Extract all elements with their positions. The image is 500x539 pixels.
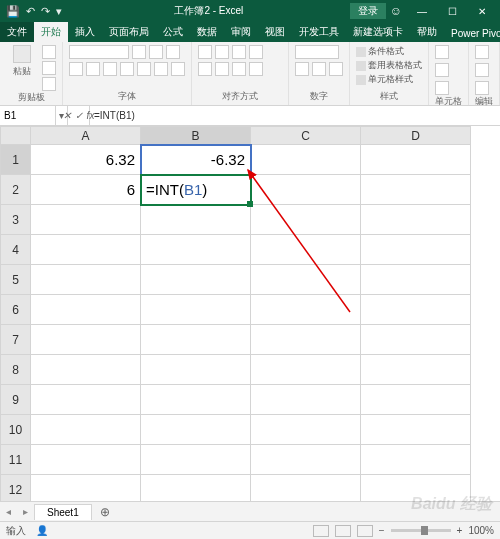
- cell-a1[interactable]: 6.32: [31, 145, 141, 175]
- login-button[interactable]: 登录: [350, 3, 386, 19]
- name-box[interactable]: B1: [0, 106, 56, 125]
- row-header-1[interactable]: 1: [1, 145, 31, 175]
- group-label: 编辑: [475, 95, 493, 108]
- view-normal[interactable]: [313, 525, 329, 537]
- row-header-11[interactable]: 11: [1, 445, 31, 475]
- tab-formulas[interactable]: 公式: [156, 22, 190, 42]
- paste-icon: [13, 45, 31, 63]
- font-name[interactable]: [69, 45, 129, 59]
- minimize-button[interactable]: —: [408, 2, 436, 20]
- cell-b1[interactable]: -6.32: [141, 145, 251, 175]
- group-label: 字体: [69, 90, 185, 103]
- tab-page-layout[interactable]: 页面布局: [102, 22, 156, 42]
- close-button[interactable]: ✕: [468, 2, 496, 20]
- cell-c1[interactable]: [251, 145, 361, 175]
- row-header-5[interactable]: 5: [1, 265, 31, 295]
- bold-button[interactable]: [69, 62, 83, 76]
- col-header-b[interactable]: B: [141, 127, 251, 145]
- italic-button[interactable]: [86, 62, 100, 76]
- ribbon-tabs: 文件 开始 插入 页面布局 公式 数据 审阅 视图 开发工具 新建选项卡 帮助 …: [0, 22, 500, 42]
- row-header-8[interactable]: 8: [1, 355, 31, 385]
- fx-button[interactable]: ✕✓fx: [68, 106, 90, 125]
- paste-button[interactable]: 粘贴: [6, 45, 38, 78]
- col-header-a[interactable]: A: [31, 127, 141, 145]
- group-label: 对齐方式: [198, 90, 282, 103]
- row-header-2[interactable]: 2: [1, 175, 31, 205]
- format-table[interactable]: 套用表格格式: [356, 59, 422, 72]
- tab-home[interactable]: 开始: [34, 22, 68, 42]
- col-header-c[interactable]: C: [251, 127, 361, 145]
- font-size[interactable]: [132, 45, 146, 59]
- row-header-10[interactable]: 10: [1, 415, 31, 445]
- cell-b2[interactable]: =INT(B1): [141, 175, 251, 205]
- undo-icon[interactable]: ↶: [26, 5, 35, 18]
- cell-a2[interactable]: 6: [31, 175, 141, 205]
- ribbon: 粘贴 剪贴板 字体 对齐方式 数字 条件格式: [0, 42, 500, 106]
- title-bar: 💾 ↶ ↷ ▾ 工作簿2 - Excel 登录 ☺ — ☐ ✕: [0, 0, 500, 22]
- formula-input[interactable]: =INT(B1): [90, 110, 500, 121]
- select-all[interactable]: [1, 127, 31, 145]
- row-header-3[interactable]: 3: [1, 205, 31, 235]
- tab-help[interactable]: 帮助: [410, 22, 444, 42]
- tab-insert[interactable]: 插入: [68, 22, 102, 42]
- sheet-tab[interactable]: Sheet1: [34, 504, 92, 520]
- save-icon[interactable]: 💾: [6, 5, 20, 18]
- col-header-d[interactable]: D: [361, 127, 471, 145]
- tab-data[interactable]: 数据: [190, 22, 224, 42]
- copy-icon[interactable]: [42, 61, 56, 75]
- zoom-in[interactable]: +: [457, 525, 463, 536]
- group-label: 样式: [356, 90, 422, 103]
- accessibility-icon[interactable]: 👤: [36, 525, 48, 536]
- formula-bar: B1 ▾ ✕✓fx =INT(B1): [0, 106, 500, 126]
- group-label: 单元格: [435, 95, 462, 108]
- zoom-slider[interactable]: [391, 529, 451, 532]
- group-editing: 编辑: [469, 42, 500, 105]
- group-label: 剪贴板: [6, 91, 56, 104]
- window-controls: — ☐ ✕: [408, 2, 500, 20]
- fill-color[interactable]: [154, 62, 168, 76]
- tab-review[interactable]: 审阅: [224, 22, 258, 42]
- cut-icon[interactable]: [42, 45, 56, 59]
- status-bar: 输入 👤 − + 100%: [0, 521, 500, 539]
- tab-powerpivot[interactable]: Power Pivot: [444, 25, 500, 42]
- redo-icon[interactable]: ↷: [41, 5, 50, 18]
- font-color[interactable]: [171, 62, 185, 76]
- view-page-break[interactable]: [357, 525, 373, 537]
- conditional-format[interactable]: 条件格式: [356, 45, 404, 58]
- row-header-7[interactable]: 7: [1, 325, 31, 355]
- row-header-6[interactable]: 6: [1, 295, 31, 325]
- cell-styles[interactable]: 单元格样式: [356, 73, 413, 86]
- group-cells: 单元格: [429, 42, 469, 105]
- row-header-9[interactable]: 9: [1, 385, 31, 415]
- row-header-12[interactable]: 12: [1, 475, 31, 505]
- cell-d2[interactable]: [361, 175, 471, 205]
- zoom-level[interactable]: 100%: [468, 525, 494, 536]
- face-icon[interactable]: ☺: [390, 4, 402, 18]
- cell-c2[interactable]: [251, 175, 361, 205]
- group-label: 数字: [295, 90, 343, 103]
- worksheet: A B C D 1 6.32 -6.32 2 6 =INT(B1) 3 4 5 …: [0, 126, 500, 505]
- zoom-out[interactable]: −: [379, 525, 385, 536]
- underline-button[interactable]: [103, 62, 117, 76]
- status-mode: 输入: [6, 524, 26, 538]
- watermark: Baidu 经验: [411, 494, 492, 515]
- number-format[interactable]: [295, 45, 339, 59]
- add-sheet-button[interactable]: ⊕: [92, 505, 118, 519]
- maximize-button[interactable]: ☐: [438, 2, 466, 20]
- cell-d1[interactable]: [361, 145, 471, 175]
- view-page-layout[interactable]: [335, 525, 351, 537]
- tab-view[interactable]: 视图: [258, 22, 292, 42]
- sheet-nav-next[interactable]: ▸: [17, 506, 34, 517]
- quick-access-toolbar: 💾 ↶ ↷ ▾: [0, 5, 68, 18]
- tab-file[interactable]: 文件: [0, 22, 34, 42]
- qat-more-icon[interactable]: ▾: [56, 5, 62, 18]
- group-alignment: 对齐方式: [192, 42, 289, 105]
- row-header-4[interactable]: 4: [1, 235, 31, 265]
- tab-developer[interactable]: 开发工具: [292, 22, 346, 42]
- group-font: 字体: [63, 42, 192, 105]
- tab-new[interactable]: 新建选项卡: [346, 22, 410, 42]
- format-painter-icon[interactable]: [42, 77, 56, 91]
- window-title: 工作簿2 - Excel: [68, 4, 350, 18]
- sheet-nav-prev[interactable]: ◂: [0, 506, 17, 517]
- group-number: 数字: [289, 42, 350, 105]
